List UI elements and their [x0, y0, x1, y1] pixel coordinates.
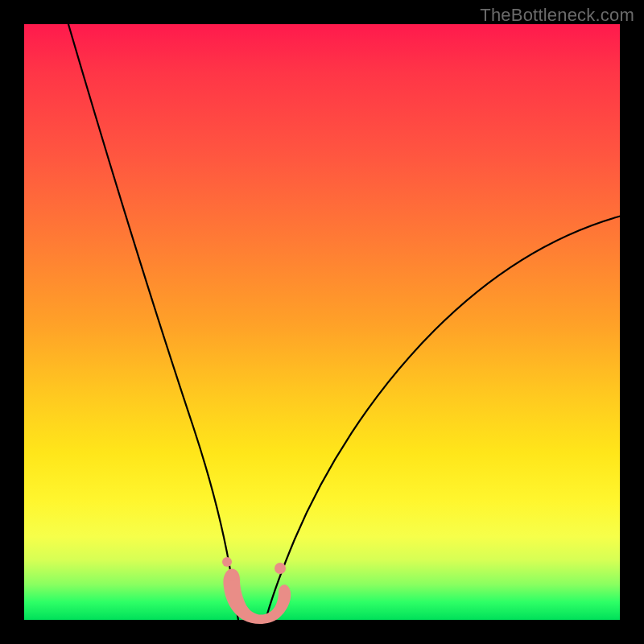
- marker-dot-left-1: [222, 557, 232, 567]
- right-curve: [266, 216, 621, 620]
- marker-dot: [275, 563, 286, 574]
- watermark-text: TheBottleneck.com: [480, 5, 634, 26]
- curve-layer: [24, 24, 620, 620]
- plot-area: [24, 24, 620, 620]
- left-curve: [66, 16, 238, 620]
- outer-frame: TheBottleneck.com: [0, 0, 644, 644]
- marker-dot-left-2: [227, 572, 237, 581]
